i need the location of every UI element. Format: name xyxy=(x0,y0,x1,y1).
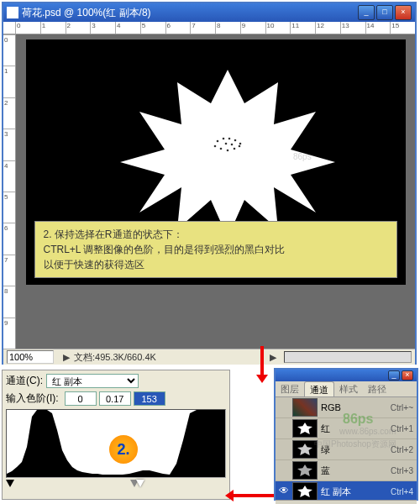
svg-point-3 xyxy=(228,138,230,140)
tab-channels[interactable]: 通道 xyxy=(304,381,334,396)
tab-layers[interactable]: 图层 xyxy=(276,381,304,396)
svg-point-12 xyxy=(230,144,233,146)
panel-footer xyxy=(276,500,417,504)
white-point-input[interactable] xyxy=(134,391,165,406)
lotus-image xyxy=(118,61,337,238)
visibility-icon[interactable] xyxy=(277,422,291,435)
doc-size-info: 文档:495.3K/660.4K xyxy=(74,351,265,364)
panel-tabs: 图层 通道 样式 路径 xyxy=(276,381,417,397)
white-slider-handle[interactable] xyxy=(136,480,144,487)
levels-dialog: 通道(C): 红 副本 输入色阶(I): 2. xyxy=(2,370,230,500)
svg-point-11 xyxy=(224,143,227,145)
svg-point-5 xyxy=(239,143,241,145)
horizontal-ruler: 01 23 45 67 89 1011 1213 1415 xyxy=(3,22,415,34)
svg-point-6 xyxy=(213,145,216,148)
step-badge: 2. xyxy=(108,433,139,465)
svg-point-10 xyxy=(238,145,240,148)
visibility-icon[interactable] xyxy=(277,464,291,477)
channels-panel: _ × 图层 通道 样式 路径 RGB Ctrl+~ 红 Ctrl+1 绿 Ct… xyxy=(274,368,418,501)
canvas[interactable]: 2. 保持选择在R通道的状态下： CTRL+L 调整图像的色阶，目的是得到强烈的… xyxy=(26,39,406,285)
levels-slider[interactable] xyxy=(6,480,226,490)
document-window: 荷花.psd @ 100%(红 副本/8) _ □ × 01 23 45 67 … xyxy=(2,2,417,365)
instruction-note: 2. 保持选择在R通道的状态下： CTRL+L 调整图像的色阶，目的是得到强烈的… xyxy=(34,221,397,278)
svg-point-4 xyxy=(234,139,236,142)
svg-point-9 xyxy=(233,148,235,150)
svg-point-2 xyxy=(222,138,224,140)
svg-point-0 xyxy=(201,130,255,160)
svg-point-7 xyxy=(219,148,222,150)
visibility-icon[interactable] xyxy=(277,443,291,456)
svg-point-8 xyxy=(226,150,228,152)
channel-thumb xyxy=(292,461,318,480)
tab-paths[interactable]: 路径 xyxy=(363,381,391,396)
tab-styles[interactable]: 样式 xyxy=(334,381,363,396)
zoom-arrow-icon[interactable]: ▶ xyxy=(59,352,74,363)
midtone-input[interactable] xyxy=(99,391,131,406)
minimize-button[interactable]: _ xyxy=(358,5,375,20)
black-point-input[interactable] xyxy=(65,391,97,406)
canvas-area[interactable]: 2. 保持选择在R通道的状态下： CTRL+L 调整图像的色阶，目的是得到强烈的… xyxy=(16,34,415,349)
channel-thumb xyxy=(292,398,318,417)
red-arrow-down xyxy=(260,346,264,376)
window-controls: _ □ × xyxy=(358,5,412,20)
channel-thumb xyxy=(292,482,318,500)
black-slider-handle[interactable] xyxy=(6,480,14,487)
document-titlebar[interactable]: 荷花.psd @ 100%(红 副本/8) _ □ × xyxy=(3,3,415,22)
zoom-input[interactable]: 100% xyxy=(7,350,54,364)
info-arrow-icon[interactable]: ▶ xyxy=(265,352,281,363)
visibility-icon[interactable]: 👁 xyxy=(277,485,291,498)
input-levels-label: 输入色阶(I): xyxy=(6,391,59,406)
status-bar: 100% ▶ 文档:495.3K/660.4K ▶ xyxy=(3,349,415,365)
watermark: 86ps xyxy=(293,152,312,161)
red-arrow-left xyxy=(232,494,274,497)
horizontal-scrollbar[interactable] xyxy=(284,351,412,363)
panel-close-button[interactable]: × xyxy=(402,370,413,381)
watermark-logo: 86ps xyxy=(343,412,373,427)
panel-minimize-button[interactable]: _ xyxy=(388,370,400,381)
svg-point-1 xyxy=(216,140,218,143)
maximize-button[interactable]: □ xyxy=(376,5,393,20)
channel-select[interactable]: 红 副本 xyxy=(46,374,139,388)
app-icon xyxy=(7,7,18,18)
channel-row-blue[interactable]: 蓝 Ctrl+3 xyxy=(276,460,417,481)
channel-thumb xyxy=(292,419,318,438)
close-button[interactable]: × xyxy=(395,5,412,20)
watermark-url: www.86ps.com xyxy=(339,427,396,436)
watermark-text: 中国Photoshop资源网 xyxy=(314,438,396,450)
document-title: 荷花.psd @ 100%(红 副本/8) xyxy=(22,6,358,20)
visibility-icon[interactable] xyxy=(277,401,291,414)
channel-label: 通道(C): xyxy=(6,374,43,388)
channel-row-red-copy[interactable]: 👁 红 副本 Ctrl+4 xyxy=(276,481,417,500)
vertical-ruler: 01 23 45 67 89 xyxy=(3,34,16,349)
panel-titlebar[interactable]: _ × xyxy=(276,370,417,381)
histogram: 2. xyxy=(6,409,226,478)
